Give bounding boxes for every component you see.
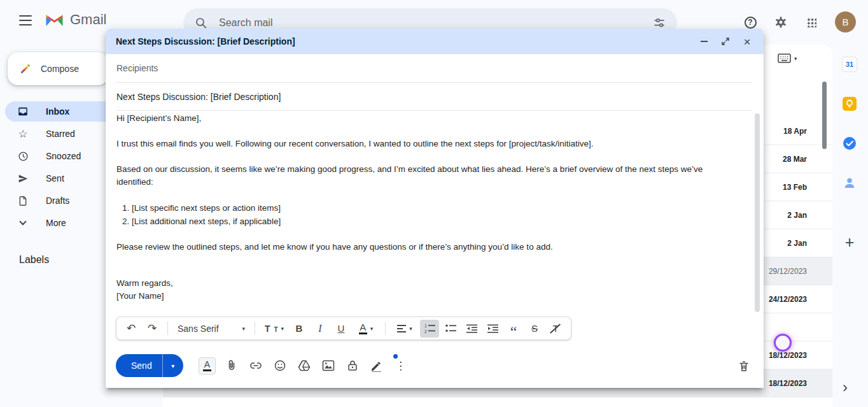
font-family-select[interactable]: Sans Serif ▾ [174, 320, 249, 338]
bulleted-list-icon [445, 324, 456, 333]
indent-more-button[interactable] [483, 320, 502, 338]
toolbar-divider [255, 322, 255, 335]
dropdown-icon: ▾ [281, 325, 284, 332]
close-button[interactable]: × [739, 34, 755, 49]
compose-button[interactable]: Compose [8, 52, 108, 85]
compose-title: Next Steps Discussion: [Brief Descriptio… [116, 36, 690, 46]
quote-button[interactable]: “ [504, 320, 523, 338]
get-addons-button[interactable]: + [841, 234, 858, 250]
email-date: 28 Mar [783, 155, 807, 164]
body-paragraph: I trust this email finds you well. Follo… [116, 138, 738, 150]
send-icon [17, 173, 29, 184]
formatting-options-button[interactable]: A [199, 357, 216, 375]
attach-files-button[interactable] [223, 357, 240, 375]
recipients-field[interactable]: Recipients [116, 54, 753, 83]
emoji-icon [274, 359, 286, 372]
keep-panel-button[interactable] [842, 96, 857, 111]
apps-grid-icon [807, 18, 816, 27]
star-icon: ☆ [17, 129, 29, 139]
bold-button[interactable]: B [290, 320, 309, 338]
calendar-panel-button[interactable]: 31 [842, 57, 857, 72]
list-scrollbar[interactable] [822, 82, 827, 149]
dropdown-icon: ▾ [794, 55, 797, 62]
body-scrollbar[interactable] [755, 113, 760, 312]
insert-signature-button[interactable] [368, 357, 385, 375]
drive-icon [298, 360, 311, 371]
more-options-button[interactable]: ⋮ [392, 357, 409, 375]
italic-button[interactable]: I [311, 320, 330, 338]
compose-window: Next Steps Discussion: [Brief Descriptio… [106, 29, 764, 388]
input-tools-button[interactable]: ▾ [778, 54, 797, 64]
remove-formatting-button[interactable]: T [546, 320, 565, 338]
bulleted-list-button[interactable] [441, 320, 460, 338]
gear-icon [774, 15, 788, 29]
svg-text:1: 1 [424, 324, 427, 328]
align-button[interactable]: ▾ [391, 320, 418, 338]
main-menu-button[interactable] [13, 8, 38, 33]
notification-dot [393, 354, 398, 359]
show-side-panel-button[interactable]: › [843, 378, 848, 396]
settings-button[interactable] [767, 8, 795, 36]
email-date: 29/12/2023 [769, 267, 807, 276]
font-family-value: Sans Serif [178, 324, 219, 334]
google-apps-button[interactable] [797, 8, 825, 36]
compose-header[interactable]: Next Steps Discussion: [Brief Descriptio… [106, 29, 764, 54]
pop-out-button[interactable] [718, 34, 733, 49]
list-item: [List additional next steps, if applicab… [132, 215, 738, 228]
hamburger-icon [19, 15, 32, 17]
email-date: 18/12/2023 [769, 351, 807, 360]
gmail-wordmark: Gmail [70, 11, 106, 28]
dropdown-icon: ▾ [171, 362, 174, 369]
paperclip-icon [225, 359, 238, 372]
clock-icon [17, 151, 29, 162]
subject-field[interactable]: Next Steps Discussion: [Brief Descriptio… [116, 83, 753, 111]
sidebar-item-label: Starred [46, 129, 75, 139]
email-date: 24/12/2023 [769, 295, 807, 304]
subject-text: Next Steps Discussion: [Brief Descriptio… [116, 92, 281, 102]
chevron-right-icon: › [843, 378, 848, 396]
compose-label: Compose [41, 64, 79, 74]
font-size-icon: T [265, 324, 270, 334]
underline-button[interactable]: U [332, 320, 351, 338]
close-icon: × [743, 36, 750, 48]
undo-button[interactable]: ↶ [122, 320, 141, 338]
trash-icon [739, 361, 749, 372]
more-vertical-icon: ⋮ [395, 359, 406, 373]
tasks-panel-button[interactable] [842, 136, 857, 151]
body-paragraph: Please review the outlined steps, and le… [116, 241, 738, 253]
outdent-icon [466, 324, 477, 333]
numbered-list-icon: 12 [424, 324, 435, 333]
formatting-toolbar: ↶ ↷ Sans Serif ▾ TT ▾ B I U A ▾ ▾ 12 [116, 317, 571, 340]
tasks-icon [843, 136, 857, 150]
text-color-button[interactable]: A ▾ [353, 320, 379, 338]
redo-button[interactable]: ↷ [143, 320, 162, 338]
sidebar-item-label: Snoozed [46, 151, 81, 161]
confidential-mode-button[interactable] [344, 357, 361, 375]
insert-drive-file-button[interactable] [295, 357, 312, 375]
email-date: 2 Jan [787, 239, 807, 248]
insert-photo-button[interactable] [319, 357, 337, 375]
minimize-button[interactable] [696, 34, 711, 49]
indent-less-button[interactable] [462, 320, 481, 338]
discard-draft-button[interactable] [735, 357, 752, 375]
send-button-group: Send ▾ [116, 354, 183, 377]
pencil-icon [19, 62, 32, 75]
send-button[interactable]: Send [116, 354, 162, 377]
font-size-button[interactable]: TT ▾ [261, 320, 288, 338]
toolbar-divider [167, 322, 168, 335]
sidebar-item-label: Inbox [46, 106, 69, 117]
insert-link-button[interactable] [247, 357, 264, 375]
message-body-editor[interactable]: Hi [Recipient’s Name], I trust this emai… [116, 112, 738, 336]
compose-action-bar: A ⋮ [199, 354, 409, 377]
insert-emoji-button[interactable] [271, 357, 288, 375]
contacts-icon [843, 176, 857, 190]
contacts-panel-button[interactable] [842, 175, 857, 190]
numbered-list-button[interactable]: 12 [420, 320, 439, 338]
search-input[interactable] [215, 17, 645, 29]
text-color-icon: A [359, 322, 367, 334]
body-greeting: Hi [Recipient’s Name], [116, 112, 738, 125]
send-options-button[interactable]: ▾ [162, 354, 183, 377]
keyboard-icon [778, 54, 791, 64]
account-avatar[interactable]: B [835, 11, 856, 32]
strikethrough-button[interactable]: S [525, 320, 544, 338]
